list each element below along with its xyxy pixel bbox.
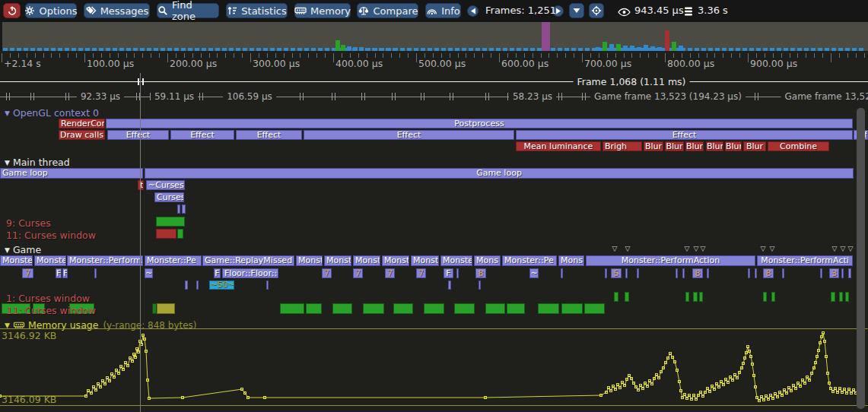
zone[interactable]: Monst (296, 255, 323, 266)
caret-left-button[interactable] (467, 5, 479, 17)
zone[interactable]: 7 (22, 268, 33, 278)
thread-header-main-thread[interactable]: ▼ Main thread (5, 157, 70, 168)
zone[interactable]: Effect (304, 130, 514, 140)
zone[interactable] (363, 303, 384, 314)
zone[interactable]: Effect (516, 130, 853, 140)
zone[interactable] (332, 303, 352, 314)
zone[interactable]: ~Curses (146, 180, 185, 190)
target-button[interactable] (589, 3, 604, 18)
zone[interactable] (782, 268, 784, 278)
zone[interactable]: Monste (411, 255, 439, 266)
message-marker-icon[interactable]: ▽ (770, 246, 775, 252)
zone[interactable]: Mons (558, 255, 584, 266)
zone[interactable]: Monster::PerformActi (757, 255, 853, 266)
zone[interactable]: 8 (475, 268, 486, 278)
zone[interactable]: RenderCont (59, 119, 105, 128)
zone[interactable] (707, 268, 709, 278)
zone[interactable] (454, 303, 475, 314)
zone[interactable] (848, 268, 851, 278)
message-marker-icon[interactable]: ▽ (848, 246, 854, 252)
zone[interactable]: Game::ReplayMissed (202, 255, 294, 266)
zone[interactable]: 7 (353, 268, 363, 278)
message-marker-icon[interactable]: ▽ (694, 246, 699, 252)
zone[interactable]: Floor::Floor::Calc (222, 268, 278, 278)
zone[interactable] (561, 268, 563, 278)
zone[interactable] (182, 204, 186, 214)
zone[interactable]: Blur (706, 141, 723, 151)
thread-header-game-thread[interactable]: ▼ Game (5, 244, 41, 255)
zone[interactable]: Monster::PerformAction (586, 255, 755, 266)
zone[interactable]: ~ (529, 268, 539, 278)
zone[interactable]: 8 (763, 268, 774, 278)
collapse-triangle-icon[interactable]: ▼ (5, 159, 10, 166)
zone[interactable] (538, 303, 559, 314)
zone[interactable] (156, 217, 185, 227)
zone[interactable] (693, 292, 698, 302)
zone[interactable] (157, 303, 175, 314)
zone[interactable]: Monst (324, 255, 351, 266)
zone[interactable]: F (444, 268, 453, 278)
message-marker-icon[interactable]: ▽ (761, 246, 766, 252)
zone[interactable] (196, 280, 199, 290)
zone[interactable]: 7 (416, 268, 426, 278)
zone[interactable] (845, 292, 849, 302)
zone[interactable] (156, 229, 176, 239)
find-zone-button[interactable]: Find zone (157, 3, 219, 18)
zone[interactable]: Mons (474, 255, 501, 266)
zone[interactable] (699, 292, 703, 302)
zone[interactable]: Monste (34, 255, 66, 266)
zone[interactable]: Blur (665, 141, 684, 151)
zone[interactable]: Monst (382, 255, 409, 266)
options-button[interactable]: Options (25, 3, 77, 18)
zone[interactable] (177, 204, 180, 214)
zone[interactable]: Brigh (603, 141, 642, 151)
zone[interactable] (763, 292, 767, 302)
message-marker-icon[interactable]: ▽ (685, 246, 690, 252)
zone[interactable]: ~50~ (209, 280, 234, 290)
zone[interactable]: Combine (768, 141, 829, 151)
info-button[interactable]: Info (425, 3, 461, 18)
zone[interactable]: Blur (644, 141, 663, 151)
zone[interactable]: F (56, 268, 62, 278)
zone[interactable]: 8 (692, 268, 703, 278)
zone[interactable]: F (62, 268, 68, 278)
zone[interactable] (625, 292, 629, 302)
zone[interactable]: Monster::Pe (502, 255, 557, 266)
power-button[interactable] (3, 3, 21, 18)
zone[interactable]: F (214, 268, 221, 278)
zone[interactable] (637, 268, 639, 278)
zone[interactable] (456, 268, 459, 278)
message-marker-icon[interactable]: ▽ (832, 246, 838, 252)
zone[interactable] (393, 303, 413, 314)
zone[interactable] (448, 280, 451, 290)
statistics-button[interactable]: Statistics (226, 3, 288, 18)
thread-header-opengl-context-0[interactable]: ▼ OpenGL context 0 (5, 107, 99, 119)
zone[interactable]: Draw calls (59, 130, 105, 140)
zone[interactable] (507, 303, 525, 314)
zone[interactable]: Blur (685, 141, 704, 151)
zone[interactable]: Monster::PerformA (67, 255, 143, 266)
zone[interactable] (614, 292, 618, 302)
zone[interactable] (485, 303, 505, 314)
zone[interactable] (94, 268, 97, 278)
zone[interactable]: Postprocess (106, 119, 853, 128)
zone[interactable]: Mean luminance (516, 141, 601, 151)
zone[interactable]: 5 (611, 268, 622, 278)
zone[interactable] (266, 280, 269, 290)
zone[interactable]: 7 (322, 268, 332, 278)
message-marker-icon[interactable]: ▽ (841, 246, 846, 252)
zone[interactable] (755, 268, 757, 278)
collapse-triangle-icon[interactable]: ▼ (5, 246, 10, 254)
messages-button[interactable]: Messages (84, 3, 150, 18)
zone[interactable]: Blur (743, 141, 766, 151)
zone[interactable]: ~ (145, 268, 153, 278)
zone[interactable]: Effect (236, 130, 302, 140)
zone[interactable] (561, 303, 583, 314)
zone[interactable]: Monst (353, 255, 380, 266)
zone[interactable] (748, 268, 750, 278)
message-marker-icon[interactable]: ▽ (701, 246, 706, 252)
zone[interactable]: 3 (829, 268, 839, 278)
message-marker-icon[interactable]: ▽ (625, 246, 631, 252)
zone[interactable] (682, 268, 685, 278)
message-marker-icon[interactable]: ▽ (612, 246, 618, 252)
